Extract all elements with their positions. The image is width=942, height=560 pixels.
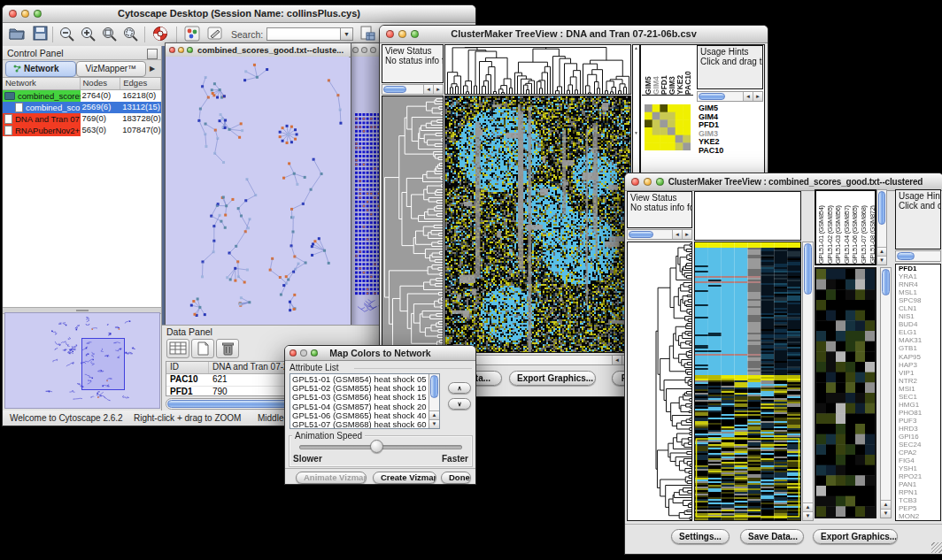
help-lifesaver-icon[interactable] bbox=[151, 26, 169, 43]
scrollbar-thumb[interactable] bbox=[430, 375, 438, 398]
column-label[interactable]: GPL51-04 (GSM857) bbox=[843, 191, 852, 264]
column-dendrogram-canvas[interactable] bbox=[445, 45, 630, 94]
gene-list-item[interactable]: MAK31 bbox=[899, 336, 940, 344]
tab-network[interactable]: Network bbox=[5, 61, 76, 77]
gene-list-item[interactable]: GPI16 bbox=[899, 433, 940, 441]
dialog-titlebar[interactable]: Map Colors to Network bbox=[285, 346, 475, 361]
network-canvas-1[interactable] bbox=[166, 57, 349, 327]
column-label[interactable]: GIM3 bbox=[668, 46, 676, 95]
minimize-button[interactable] bbox=[300, 349, 307, 357]
network-window1-titlebar[interactable]: combined_scores_good.txt--cluste... bbox=[166, 43, 351, 58]
gene-list-item[interactable]: MSL1 bbox=[899, 288, 940, 296]
gene-list-item[interactable]: NIS1 bbox=[899, 312, 940, 320]
gene-list-item[interactable]: NTR2 bbox=[899, 377, 940, 385]
minimize-button[interactable] bbox=[644, 178, 652, 186]
scroll-left-icon[interactable]: ◄ bbox=[672, 230, 682, 239]
network-table-row[interactable]: RNAPuberNov2+563(0)107847(0) bbox=[3, 125, 161, 136]
import-table-icon[interactable] bbox=[359, 26, 376, 43]
resize-grip[interactable] bbox=[931, 542, 942, 553]
gene-list-item[interactable]: GIM5 bbox=[699, 104, 762, 113]
heatmap-canvas[interactable] bbox=[445, 96, 630, 352]
close-button[interactable] bbox=[631, 178, 639, 186]
gene-list-item[interactable]: HRD3 bbox=[899, 425, 940, 433]
minimize-button[interactable] bbox=[21, 10, 29, 18]
usage-hints-scrollbar[interactable] bbox=[895, 250, 941, 262]
column-labels-vscrollbar[interactable]: ▲▼ bbox=[876, 189, 887, 265]
gene-list-item[interactable]: MON2 bbox=[899, 512, 940, 520]
network-table-row[interactable]: combined_scores2764(0)16218(0) bbox=[3, 90, 161, 102]
close-button[interactable] bbox=[386, 30, 394, 38]
column-label[interactable]: PAC10 bbox=[683, 46, 691, 95]
scroll-right-icon[interactable]: ► bbox=[433, 85, 443, 94]
export-graphics-button[interactable]: Export Graphics... bbox=[509, 371, 596, 386]
tab-overflow-button[interactable]: ▶ bbox=[146, 65, 158, 73]
treeview2-titlebar[interactable]: ClusterMaker TreeView : combined_scores_… bbox=[625, 173, 942, 191]
birdseye-view[interactable] bbox=[4, 312, 160, 409]
column-label[interactable]: YKE2 bbox=[676, 46, 683, 95]
gene-list-item[interactable]: KAP95 bbox=[899, 353, 940, 361]
tab-vizmapper[interactable]: VizMapper™ bbox=[76, 61, 147, 77]
settings-button[interactable]: Settings... bbox=[671, 529, 730, 544]
gene-list-item[interactable]: PAC10 bbox=[699, 147, 762, 156]
scroll-right-icon[interactable]: ► bbox=[753, 92, 762, 101]
create-vizmap-button[interactable]: Create Vizmap bbox=[373, 472, 436, 484]
gene-list-item[interactable]: HAP3 bbox=[899, 361, 940, 369]
view-status-scrollbar[interactable]: ◄► bbox=[627, 229, 692, 240]
main-window-titlebar[interactable]: Cytoscape Desktop (Session Name: collins… bbox=[3, 5, 475, 23]
gene-list-item[interactable]: FIG4 bbox=[899, 456, 940, 464]
speed-slider-thumb[interactable] bbox=[370, 440, 383, 453]
gene-list-item[interactable]: YRA1 bbox=[899, 272, 940, 280]
gene-list-item[interactable]: MSI1 bbox=[899, 385, 940, 393]
scroll-down-icon[interactable]: ▼ bbox=[877, 256, 886, 265]
zoom-button[interactable] bbox=[411, 30, 419, 38]
export-graphics-button[interactable]: Export Graphics... bbox=[813, 529, 898, 544]
gene-list-item[interactable]: HMG1 bbox=[899, 401, 940, 409]
scrollbar-thumb[interactable] bbox=[383, 86, 406, 93]
move-down-button[interactable]: ∨ bbox=[448, 398, 471, 410]
network-table-row[interactable]: DNA and Tran 07769(0)183728(0) bbox=[3, 113, 161, 125]
column-label[interactable]: GPL51-08 (GSM872) bbox=[869, 191, 876, 264]
treeview1-titlebar[interactable]: ClusterMaker TreeView : DNA and Tran 07-… bbox=[380, 26, 768, 43]
gene-list-item[interactable]: ELG1 bbox=[899, 328, 940, 336]
gene-list-item[interactable]: GIM4 bbox=[699, 113, 762, 122]
gene-list-item[interactable]: YSH1 bbox=[899, 464, 940, 472]
gene-list-item[interactable]: RPO21 bbox=[899, 472, 940, 480]
gene-list-item[interactable]: RPN1 bbox=[899, 488, 940, 496]
gene-list-item[interactable]: RNR4 bbox=[899, 280, 940, 288]
scrollbar-thumb[interactable] bbox=[629, 231, 653, 238]
minimize-button[interactable] bbox=[178, 47, 184, 53]
scrollbar-thumb[interactable] bbox=[804, 243, 812, 295]
gene-list-item[interactable]: PAN1 bbox=[899, 480, 940, 488]
vizmapper-icon[interactable] bbox=[183, 26, 201, 43]
gene-list-item[interactable]: CPA2 bbox=[899, 449, 940, 456]
detail-vscrollbar[interactable]: ▲▼ bbox=[880, 267, 892, 518]
scroll-up-icon[interactable]: ▲ bbox=[803, 502, 813, 511]
scroll-left-icon[interactable]: ◄ bbox=[423, 85, 433, 94]
gene-list-item[interactable]: SEC1 bbox=[899, 393, 940, 401]
column-label[interactable]: GPL51-06 (GSM865) bbox=[851, 191, 860, 264]
scroll-left-icon[interactable]: ◄ bbox=[743, 92, 753, 101]
search-input[interactable] bbox=[266, 27, 341, 41]
scroll-down-icon[interactable]: ▼ bbox=[803, 511, 813, 520]
gene-list-item[interactable]: PHO81 bbox=[899, 409, 940, 417]
column-header-network[interactable]: Network bbox=[3, 78, 81, 89]
zoom-selected-icon[interactable] bbox=[121, 26, 139, 43]
birdseye-canvas[interactable] bbox=[5, 313, 159, 405]
gene-list-item[interactable]: PFD1 bbox=[899, 265, 940, 272]
new-document-icon[interactable] bbox=[191, 339, 214, 358]
close-button[interactable] bbox=[169, 47, 175, 53]
column-label[interactable]: GPL51-03 (GSM856) bbox=[834, 191, 843, 264]
column-label[interactable]: PFD1 bbox=[660, 46, 668, 95]
usage-hints-scrollbar[interactable]: ◄► bbox=[697, 91, 763, 102]
minimize-button[interactable] bbox=[398, 30, 406, 38]
zoom-button[interactable] bbox=[656, 178, 664, 186]
zoom-fit-icon[interactable] bbox=[100, 26, 118, 43]
zoom-in-icon[interactable] bbox=[79, 26, 97, 43]
column-label[interactable]: GIM4 bbox=[652, 46, 660, 95]
gene-list-item[interactable]: GTB1 bbox=[899, 344, 940, 352]
column-label[interactable]: GPL51-01 (GSM854) bbox=[817, 191, 826, 264]
float-panel-icon[interactable] bbox=[147, 49, 158, 59]
scrollbar-thumb[interactable] bbox=[897, 252, 915, 260]
zoom-out-icon[interactable] bbox=[58, 26, 75, 43]
scrollbar-thumb[interactable] bbox=[878, 191, 885, 225]
